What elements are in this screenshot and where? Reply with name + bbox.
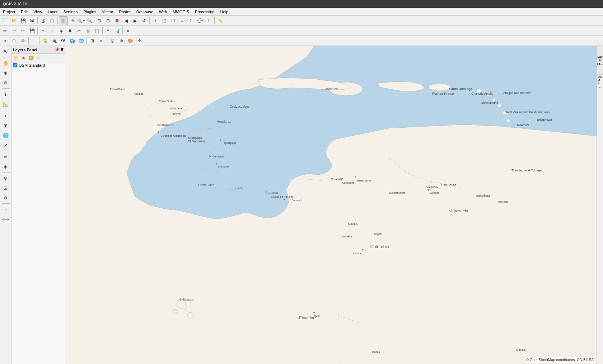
menu-database[interactable]: Database [134, 9, 156, 15]
zoom-in-btn[interactable]: 🔍+ [77, 16, 85, 25]
globe-btn[interactable]: 🌍 [68, 37, 76, 45]
plugin-manager-btn[interactable]: 🔌 [50, 37, 59, 45]
menu-vector[interactable]: Vector [99, 9, 116, 15]
close-panel-btn[interactable]: ✖ [60, 47, 64, 52]
add-wfs-btn[interactable]: ↗ [1, 140, 10, 150]
geocoding-btn[interactable]: ⌖ [1, 37, 9, 45]
menu-web[interactable]: Web [156, 9, 170, 15]
menu-raster[interactable]: Raster [116, 9, 133, 15]
layer-item-osm[interactable]: OSM Standard [11, 62, 65, 68]
more-layers-btn[interactable]: » [35, 55, 42, 62]
advanced-edit-tool[interactable]: ⊗ [1, 193, 10, 202]
menu-layer[interactable]: Layer [45, 9, 61, 15]
rotate-tool[interactable]: ↻ [1, 174, 10, 183]
paste-features-btn[interactable]: 📋 [93, 27, 101, 35]
delete-selected-btn[interactable]: ✖ [66, 27, 74, 35]
relations-tool[interactable]: ⟺ [1, 214, 10, 224]
openstreetmap-btn[interactable]: 🗺 [59, 37, 67, 45]
edit-tool[interactable]: ✏ [1, 152, 10, 161]
bogota-dot [362, 249, 364, 251]
cut-features-btn[interactable]: ✂ [75, 27, 83, 35]
add-wms-btn[interactable]: 🌐 [1, 131, 10, 140]
menu-plugins[interactable]: Plugins [80, 9, 99, 15]
zoom-out-tool[interactable]: ⊖ [1, 78, 10, 87]
scale-tool[interactable]: ⊡ [1, 183, 10, 193]
menu-mmqgis[interactable]: MMQGIS [170, 9, 192, 15]
tapachula-label: Tapachula [170, 107, 182, 110]
add-vector-btn[interactable]: + [1, 111, 10, 120]
select-tool[interactable]: ↖ [1, 47, 10, 56]
deselect-btn[interactable]: ☐ [169, 16, 177, 25]
bridgetown-label: Bridgetown [537, 118, 552, 122]
coordinate-capture-btn[interactable]: ⊕ [117, 37, 126, 45]
menu-project[interactable]: Project [0, 9, 18, 15]
pan-map-btn[interactable]: ✋ [59, 16, 67, 25]
edit-btn[interactable]: ✏ [1, 27, 9, 35]
python-btn[interactable]: 🐍 [41, 37, 50, 45]
identify-features-btn[interactable]: ℹ [151, 16, 159, 25]
undo-btn[interactable]: ↩ [10, 27, 18, 35]
grid-btn[interactable]: ⊞ [88, 37, 97, 45]
print-composer-btn[interactable]: 🖨 [39, 16, 47, 25]
menu-help[interactable]: Help [218, 9, 232, 15]
add-raster-btn[interactable]: ⊞ [1, 121, 10, 130]
bogota-city-label: Bogota [353, 252, 361, 255]
add-group-btn[interactable]: 📁 [12, 55, 19, 62]
label-tool-btn[interactable]: A [104, 27, 112, 35]
select-by-location-btn[interactable]: ⊙ [10, 37, 18, 45]
zoom-out-btn[interactable]: 🔍- [86, 16, 94, 25]
map-tips-btn[interactable]: 💬 [196, 16, 204, 25]
open-table-btn[interactable]: ≡ [178, 16, 186, 25]
save-as-btn[interactable]: 🖫 [28, 16, 36, 25]
save-edits-btn[interactable]: 💾 [28, 27, 36, 35]
gps-btn[interactable]: 📡 [108, 37, 117, 45]
zoom-full-btn[interactable]: ⊞ [95, 16, 103, 25]
identify-tool[interactable]: ℹ [1, 90, 10, 99]
new-project-btn[interactable]: 📄 [1, 16, 9, 25]
copy-features-btn[interactable]: ⎘ [84, 27, 92, 35]
refresh-btn[interactable]: ↺ [140, 16, 148, 25]
menu-settings[interactable]: Settings [60, 9, 80, 15]
manage-visibility-btn[interactable]: 👁 [20, 55, 27, 62]
node-tool-btn[interactable]: ◈ [57, 27, 65, 35]
save-project-btn[interactable]: 💾 [19, 16, 27, 25]
measure-btn[interactable]: 📏 [216, 16, 224, 25]
zoom-selection-btn[interactable]: ⊠ [113, 16, 121, 25]
node-edit-tool[interactable]: ◈ [1, 162, 10, 171]
more-plugins-btn[interactable]: » [97, 37, 106, 45]
snapping-btn[interactable]: ⋅ [30, 37, 38, 45]
add-feature-btn[interactable]: + [39, 27, 47, 35]
redo-btn[interactable]: ↪ [19, 27, 27, 35]
dock-panel-btn[interactable]: 📌 [55, 47, 60, 52]
pan-tool[interactable]: ✋ [1, 58, 10, 68]
map-area[interactable]: Belize Guatemala Honduras El Salvador Ni… [65, 46, 597, 364]
open-project-btn[interactable]: 📂 [10, 16, 18, 25]
select-features-btn[interactable]: ⬚ [160, 16, 168, 25]
diagram-btn[interactable]: 📊 [113, 27, 121, 35]
more-digitize-btn[interactable]: » [124, 27, 132, 35]
zoom-layer-btn[interactable]: ⊟ [104, 16, 112, 25]
osm-map-svg[interactable]: Belize Guatemala Honduras El Salvador Ni… [65, 46, 597, 364]
statistics-btn[interactable]: Σ [187, 16, 195, 25]
menu-edit[interactable]: Edit [18, 9, 31, 15]
move-feature-btn[interactable]: ↔ [48, 27, 56, 35]
layer-visibility-osm[interactable] [13, 63, 17, 67]
zoom-in-tool[interactable]: ⊕ [1, 68, 10, 77]
zoom-next-btn[interactable]: ▶ [131, 16, 139, 25]
measure-tool[interactable]: 📐 [1, 99, 10, 109]
filter-layers-btn[interactable]: 🔽 [27, 55, 34, 62]
composer-manager-btn[interactable]: 📋 [48, 16, 56, 25]
title-bar: QGIS 2.18.10 [0, 0, 603, 8]
browser-btn[interactable]: 🌐 [77, 37, 85, 45]
decorations-btn[interactable]: 🎨 [126, 37, 135, 45]
snapping-tool[interactable]: ⋅ [1, 205, 10, 214]
jamaica-label: Jamaica [325, 87, 338, 91]
zoom-previous-btn[interactable]: ◀ [122, 16, 130, 25]
spatial-query-btn[interactable]: ⊛ [19, 37, 27, 45]
valencia-label: Valencia [426, 185, 438, 189]
show-tips-btn[interactable]: T [205, 16, 213, 25]
menu-processing[interactable]: Processing [192, 9, 217, 15]
georeferencer-btn[interactable]: ✛ [135, 37, 144, 45]
pan-map-to-selection-btn[interactable]: ⊕ [68, 16, 76, 25]
menu-view[interactable]: View [31, 9, 45, 15]
